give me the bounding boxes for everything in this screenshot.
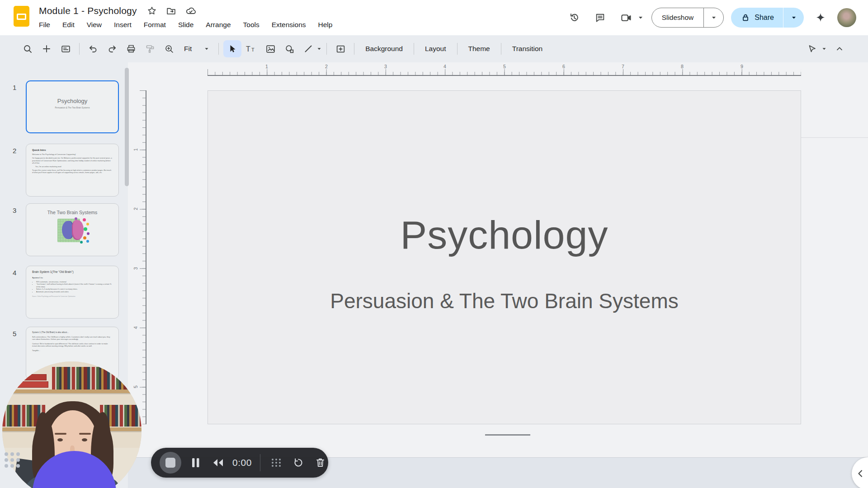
menu-extensions[interactable]: Extensions: [272, 21, 306, 29]
insert-line-icon[interactable]: [299, 40, 317, 57]
menu-tools[interactable]: Tools: [243, 21, 259, 29]
slide-thumbnail-4[interactable]: Brain System 1(The "Old Brain") System 1…: [26, 266, 119, 319]
menu-arrange[interactable]: Arrange: [206, 21, 231, 29]
recording-toolbar: 0:00: [151, 448, 328, 478]
main-toolbar: Fit TT Background Layout Theme Transitio…: [0, 35, 868, 62]
current-slide[interactable]: Psychology Persuasion & The Two Brain Sy…: [208, 90, 801, 424]
undo-icon[interactable]: [84, 40, 102, 57]
gemini-sparkle-icon[interactable]: [811, 8, 830, 27]
menu-view[interactable]: View: [87, 21, 102, 29]
menubar: File Edit View Insert Format Slide Arran…: [39, 21, 332, 29]
slide-layout-icon[interactable]: [57, 40, 75, 57]
menu-slide[interactable]: Slide: [178, 21, 193, 29]
brain-image: [55, 217, 90, 244]
version-history-icon[interactable]: [565, 8, 584, 27]
share-button[interactable]: Share: [731, 8, 804, 28]
document-title[interactable]: Module 1 - Psychology: [39, 5, 137, 16]
menu-format[interactable]: Format: [144, 21, 166, 29]
slide-number: 2: [13, 147, 16, 155]
background-button[interactable]: Background: [359, 40, 410, 57]
chevron-left-icon: [855, 469, 865, 479]
slides-logo-icon[interactable]: [14, 6, 29, 27]
print-icon[interactable]: [122, 40, 140, 57]
text-box-icon[interactable]: TT: [242, 40, 260, 57]
pause-recording-button[interactable]: [188, 455, 203, 470]
webcam-drag-handle[interactable]: [5, 452, 22, 468]
delete-recording-icon[interactable]: [313, 455, 328, 470]
menu-insert[interactable]: Insert: [114, 21, 132, 29]
google-slides-app: Module 1 - Psychology File Edit View Ins…: [0, 0, 868, 488]
insert-placeholder-icon[interactable]: [331, 40, 349, 57]
svg-text:T: T: [251, 47, 255, 52]
slide-subtitle-text[interactable]: Persuasion & The Two Brain Systems: [208, 289, 801, 313]
laser-dropdown-icon[interactable]: [821, 46, 827, 52]
laser-pointer-icon[interactable]: [803, 40, 821, 57]
star-icon[interactable]: [147, 6, 157, 16]
slide-number: 1: [13, 84, 16, 91]
svg-text:T: T: [246, 45, 250, 53]
camera-icon[interactable]: [617, 8, 636, 27]
drag-grid-icon[interactable]: [269, 455, 284, 470]
rewind-button[interactable]: [210, 455, 226, 470]
collapse-toolbar-icon[interactable]: [830, 40, 849, 57]
restart-recording-icon[interactable]: [291, 455, 306, 470]
transition-button[interactable]: Transition: [505, 40, 549, 57]
new-slide-icon[interactable]: [38, 40, 56, 57]
recording-timer: 0:00: [232, 457, 252, 468]
speaker-notes-handle[interactable]: [485, 434, 530, 436]
layout-button[interactable]: Layout: [418, 40, 453, 57]
comments-icon[interactable]: [591, 8, 610, 27]
vertical-ruler: 1 2 3 4 5: [135, 90, 146, 424]
slide-number: 5: [13, 330, 16, 338]
insert-shape-icon[interactable]: [280, 40, 298, 57]
insert-image-icon[interactable]: [261, 40, 279, 57]
select-tool-icon[interactable]: [223, 40, 241, 57]
slide-thumbnail-3[interactable]: The Two Brain Systems: [26, 203, 119, 256]
theme-button[interactable]: Theme: [462, 40, 497, 57]
line-dropdown-icon[interactable]: [316, 46, 322, 52]
redo-icon[interactable]: [103, 40, 121, 57]
cloud-saved-icon[interactable]: [185, 5, 196, 16]
paint-format-icon[interactable]: [141, 40, 159, 57]
slide-title-text[interactable]: Psychology: [208, 212, 801, 258]
slideshow-dropdown-icon[interactable]: [703, 8, 723, 27]
filmstrip-scrollbar[interactable]: [125, 68, 129, 186]
camera-dropdown-icon[interactable]: [637, 14, 644, 21]
slide-thumbnail-2[interactable]: Quick Intro Welcome to The Psychology of…: [26, 144, 119, 197]
slide-number: 4: [13, 269, 16, 277]
move-folder-icon[interactable]: [166, 6, 176, 16]
share-dropdown-icon[interactable]: [783, 8, 804, 28]
slideshow-button[interactable]: Slideshow: [651, 8, 724, 28]
menu-file[interactable]: File: [39, 21, 50, 29]
account-avatar[interactable]: [837, 8, 856, 27]
menu-edit[interactable]: Edit: [62, 21, 75, 29]
lock-icon: [741, 13, 750, 22]
menu-help[interactable]: Help: [318, 21, 333, 29]
zoom-icon[interactable]: [160, 40, 178, 57]
camera-toolbar-group[interactable]: [617, 8, 644, 27]
slide-number: 3: [13, 206, 16, 214]
zoom-select[interactable]: Fit: [179, 40, 214, 57]
horizontal-ruler: 1 2 3 4 5 6 7 8 9: [208, 64, 801, 76]
slide-thumbnail-1[interactable]: Psychology Persuasion & The Two Brain Sy…: [26, 80, 119, 133]
search-menus-icon[interactable]: [19, 40, 37, 57]
stop-recording-button[interactable]: [160, 452, 181, 474]
top-bar: Module 1 - Psychology File Edit View Ins…: [0, 0, 868, 35]
